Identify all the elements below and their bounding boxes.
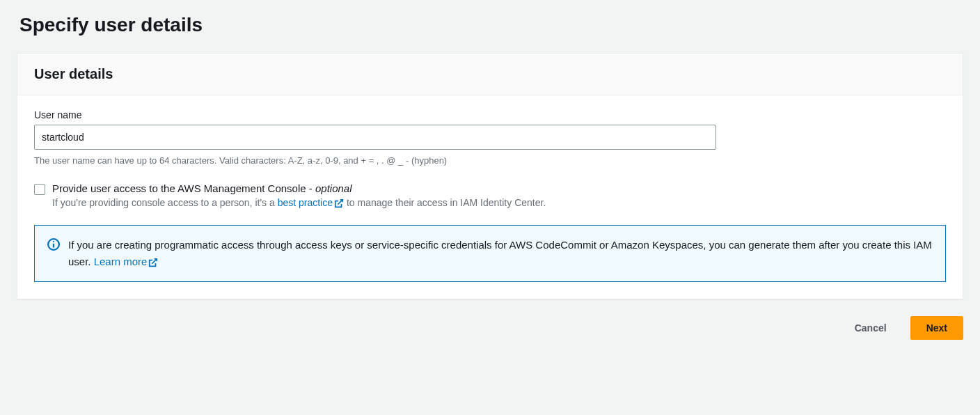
panel-body: User name The user name can have up to 6… (17, 95, 963, 299)
console-access-desc-prefix: If you're providing console access to a … (52, 197, 278, 208)
console-access-desc-suffix: to manage their access in IAM Identity C… (344, 197, 546, 208)
external-link-icon (148, 258, 158, 267)
console-access-checkbox[interactable] (34, 184, 45, 195)
panel-header: User details (17, 54, 963, 95)
console-access-row: Provide user access to the AWS Managemen… (34, 182, 946, 208)
learn-more-link[interactable]: Learn more (94, 256, 159, 267)
best-practice-link-text: best practice (278, 197, 333, 208)
console-access-label-main: Provide user access to the AWS Managemen… (52, 182, 315, 194)
console-access-content: Provide user access to the AWS Managemen… (52, 182, 946, 208)
info-text-prefix: If you are creating programmatic access … (68, 239, 932, 267)
info-box: If you are creating programmatic access … (34, 225, 946, 282)
info-text: If you are creating programmatic access … (68, 237, 933, 270)
best-practice-link[interactable]: best practice (278, 197, 344, 208)
svg-point-1 (53, 241, 54, 242)
svg-rect-2 (53, 244, 54, 248)
user-details-panel: User details User name The user name can… (17, 53, 963, 299)
console-access-desc: If you're providing console access to a … (52, 197, 946, 208)
username-label: User name (34, 109, 946, 120)
next-button[interactable]: Next (910, 316, 963, 340)
panel-heading: User details (34, 66, 946, 82)
info-icon (47, 238, 60, 253)
learn-more-text: Learn more (94, 256, 148, 267)
cancel-button[interactable]: Cancel (839, 316, 902, 340)
footer-actions: Cancel Next (17, 316, 963, 340)
console-access-label-optional: optional (315, 182, 352, 194)
username-input[interactable] (34, 125, 716, 150)
console-access-label: Provide user access to the AWS Managemen… (52, 182, 946, 194)
username-hint: The user name can have up to 64 characte… (34, 155, 946, 166)
external-link-icon (334, 198, 344, 208)
page-title: Specify user details (19, 14, 963, 36)
